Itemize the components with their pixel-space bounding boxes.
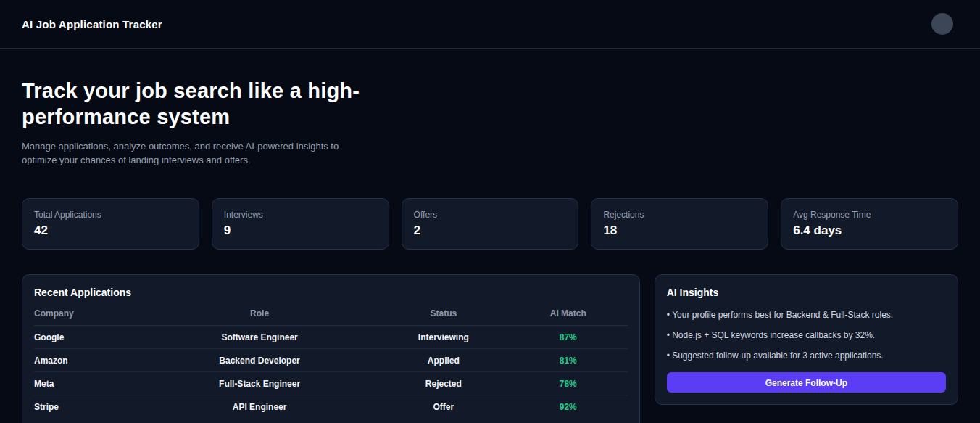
stat-label: Total Applications — [34, 210, 187, 220]
cell-ai-match: 87% — [509, 326, 628, 349]
column-header-role: Role — [141, 308, 378, 326]
hero-title: Track your job search like a high-perfor… — [22, 78, 399, 130]
cell-role: API Engineer — [141, 395, 378, 419]
column-header-company: Company — [34, 308, 141, 326]
stat-value: 2 — [414, 223, 567, 238]
stat-card-offers: Offers 2 — [402, 198, 579, 250]
cell-status: Interviewing — [378, 326, 509, 349]
stat-value: 6.4 days — [793, 223, 946, 238]
cell-ai-match: 92% — [509, 395, 628, 419]
app-title: AI Job Application Tracker — [22, 18, 162, 30]
column-header-ai-match: AI Match — [509, 308, 628, 326]
main-content: Track your job search like a high-perfor… — [0, 78, 980, 423]
cell-status: Offer — [378, 395, 509, 419]
recent-applications-title: Recent Applications — [34, 287, 628, 298]
cell-company: Meta — [34, 372, 141, 395]
table-header-row: Company Role Status AI Match — [34, 308, 628, 326]
table-row[interactable]: Meta Full-Stack Engineer Rejected 78% — [34, 372, 628, 395]
table-row[interactable]: Amazon Backend Developer Applied 81% — [34, 349, 628, 372]
insight-item: Suggested follow-up available for 3 acti… — [667, 350, 946, 361]
cell-company: Stripe — [34, 395, 141, 419]
insight-item: Node.js + SQL keywords increase callback… — [667, 330, 946, 340]
cell-role: Full-Stack Engineer — [141, 372, 378, 395]
user-avatar-icon[interactable] — [931, 13, 953, 35]
cell-status: Applied — [378, 349, 509, 372]
table-row[interactable]: Google Software Engineer Interviewing 87… — [34, 326, 628, 349]
stat-card-avg-response-time: Avg Response Time 6.4 days — [781, 198, 958, 250]
applications-table: Company Role Status AI Match Google Soft… — [34, 308, 628, 418]
stat-card-total-applications: Total Applications 42 — [22, 198, 199, 250]
hero-section: Track your job search like a high-perfor… — [22, 78, 958, 167]
stat-value: 9 — [224, 223, 377, 238]
column-header-status: Status — [378, 308, 509, 326]
cell-role: Software Engineer — [141, 326, 378, 349]
cell-status: Rejected — [378, 372, 509, 395]
hero-subtitle: Manage applications, analyze outcomes, a… — [22, 140, 344, 167]
stat-label: Rejections — [603, 210, 756, 220]
stat-card-interviews: Interviews 9 — [212, 198, 389, 250]
bottom-section: Recent Applications Company Role Status … — [22, 274, 958, 423]
stat-label: Offers — [414, 210, 567, 220]
table-row[interactable]: Stripe API Engineer Offer 92% — [34, 395, 628, 419]
stat-value: 42 — [34, 223, 187, 238]
stat-label: Interviews — [224, 210, 377, 220]
recent-applications-panel: Recent Applications Company Role Status … — [22, 274, 640, 423]
stat-label: Avg Response Time — [793, 210, 946, 220]
insight-item: Your profile performs best for Backend &… — [667, 310, 946, 320]
ai-insights-list: Your profile performs best for Backend &… — [667, 310, 946, 361]
stat-card-rejections: Rejections 18 — [591, 198, 768, 250]
cell-role: Backend Developer — [141, 349, 378, 372]
cell-company: Amazon — [34, 349, 141, 372]
stat-value: 18 — [603, 223, 756, 238]
stats-row: Total Applications 42 Interviews 9 Offer… — [22, 198, 958, 250]
ai-insights-title: AI Insights — [667, 287, 946, 298]
app-header: AI Job Application Tracker — [0, 0, 980, 49]
cell-ai-match: 78% — [509, 372, 628, 395]
cell-ai-match: 81% — [509, 349, 628, 372]
cell-company: Google — [34, 326, 141, 349]
ai-insights-panel: AI Insights Your profile performs best f… — [655, 274, 958, 405]
generate-followup-button[interactable]: Generate Follow-Up — [667, 372, 946, 393]
